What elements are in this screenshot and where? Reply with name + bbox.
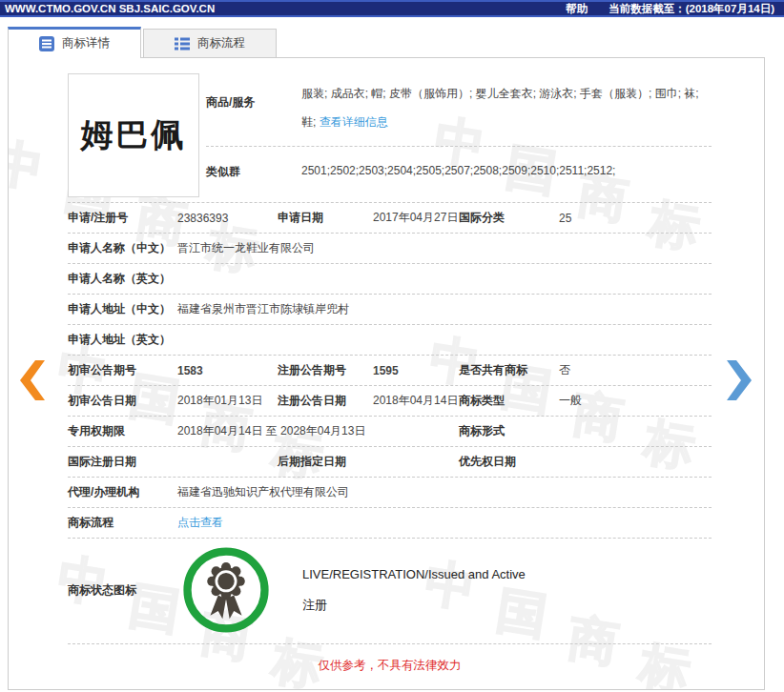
- table-row: 国际注册日期 后期指定日期 优先权日期: [68, 447, 712, 478]
- field-label: 商品/服务: [206, 79, 301, 136]
- tab-trademark-flow[interactable]: 商标流程: [143, 29, 277, 57]
- field-value: 2501;2502;2503;2504;2505;2507;2508;2509;…: [301, 164, 615, 180]
- top-bar: WWW.CTMO.GOV.CN SBJ.SAIC.GOV.CN 帮助 当前数据截…: [0, 0, 784, 17]
- field-value: 晋江市统一龙鞋业有限公司: [177, 240, 712, 256]
- field-value: 1583: [177, 364, 278, 377]
- table-row: 初审公告日期 2018年01月13日 注册公告日期 2018年04月14日 商标…: [68, 386, 712, 417]
- trademark-image: 姆巴佩: [68, 73, 199, 197]
- field-value: 服装; 成品衣; 帽; 皮带（服饰用）; 婴儿全套衣; 游泳衣; 手套（服装）;…: [301, 79, 712, 136]
- field-label: 商标流程: [68, 515, 177, 531]
- field-value: 福建省泉州市晋江市陈埭镇岸兜村: [177, 301, 712, 317]
- field-label: 申请人名称（英文）: [68, 271, 177, 287]
- data-date: 当前数据截至：(2018年07月14日): [609, 2, 774, 16]
- field-value: 一般: [559, 393, 712, 409]
- field-label: 类似群: [206, 164, 301, 180]
- field-label: 商标状态图标: [68, 582, 177, 599]
- field-label: 申请人地址（中文）: [68, 301, 177, 317]
- table-row: 商标流程 点击查看: [68, 508, 712, 539]
- field-label: 国际注册日期: [68, 454, 177, 470]
- table-row: 姆巴佩 商品/服务 服装; 成品衣; 帽; 皮带（服饰用）; 婴儿全套衣; 游泳…: [68, 73, 712, 203]
- table-row: 专用权期限 2018年04月14日 至 2028年04月13日 商标形式: [68, 417, 712, 447]
- status-line-cn: 注册: [302, 597, 526, 614]
- status-line-en: LIVE/REGISTRATION/Issued and Active: [302, 567, 526, 581]
- field-value: 1595: [373, 364, 459, 377]
- tab-bar: 商标详情 商标流程: [0, 17, 784, 57]
- field-label: 商标形式: [459, 423, 559, 439]
- field-label: 初审公告期号: [68, 362, 177, 378]
- prev-record-arrow[interactable]: [20, 360, 45, 403]
- field-value: 福建省迅驰知识产权代理有限公司: [177, 484, 712, 500]
- table-row: 申请人名称（中文） 晋江市统一龙鞋业有限公司: [68, 234, 712, 264]
- field-value: 2018年04月14日 至 2028年04月13日: [177, 423, 459, 439]
- trademark-name: 姆巴佩: [81, 113, 187, 157]
- field-value: 2018年01月13日: [177, 393, 278, 409]
- table-row: 申请/注册号 23836393 申请日期 2017年04月27日 国际分类 25: [68, 203, 712, 234]
- goods-detail-link[interactable]: 查看详细信息: [320, 115, 388, 129]
- flow-view-link[interactable]: 点击查看: [177, 516, 223, 529]
- flow-list-icon: [175, 36, 190, 51]
- table-row: 申请人地址（中文） 福建省泉州市晋江市陈埭镇岸兜村: [68, 295, 712, 325]
- trademark-detail-table: 姆巴佩 商品/服务 服装; 成品衣; 帽; 皮带（服饰用）; 婴儿全套衣; 游泳…: [68, 73, 712, 683]
- tab-detail-label: 商标详情: [62, 35, 110, 51]
- field-value: 23836393: [177, 212, 278, 225]
- field-label: 申请/注册号: [68, 210, 177, 226]
- field-label: 优先权日期: [459, 454, 559, 470]
- help-link[interactable]: 帮助: [566, 2, 588, 16]
- field-label: 后期指定日期: [278, 454, 373, 470]
- field-value: 否: [559, 362, 712, 378]
- table-row: 代理/办理机构 福建省迅驰知识产权代理有限公司: [68, 478, 712, 508]
- disclaimer-text: 仅供参考，不具有法律效力: [68, 644, 712, 683]
- field-label: 初审公告日期: [68, 393, 177, 409]
- table-row: 申请人名称（英文）: [68, 264, 712, 295]
- table-row: 商标状态图标 LIVE/REGIST: [68, 539, 712, 644]
- field-value: 2017年04月27日: [373, 210, 459, 226]
- field-label: 申请日期: [278, 210, 373, 226]
- field-label: 代理/办理机构: [68, 484, 177, 500]
- field-label: 申请人名称（中文）: [68, 240, 177, 256]
- field-label: 注册公告日期: [278, 393, 373, 409]
- field-label: 专用权期限: [68, 423, 177, 439]
- detail-doc-icon: [39, 36, 54, 51]
- field-value: 2018年04月14日: [373, 393, 459, 409]
- field-label: 申请人地址（英文）: [68, 332, 177, 348]
- table-row: 申请人地址（英文）: [68, 325, 712, 356]
- status-text: LIVE/REGISTRATION/Issued and Active 注册: [302, 567, 526, 614]
- field-label: 商标类型: [459, 393, 559, 409]
- tab-trademark-detail[interactable]: 商标详情: [8, 27, 141, 58]
- field-label: 注册公告期号: [278, 362, 373, 378]
- detail-panel: 中国商标 中国商标 中国商标 中国商标 中国商标 中国商标 姆巴佩 商品/服务 …: [8, 57, 765, 690]
- field-label: 国际分类: [459, 210, 559, 226]
- next-record-arrow[interactable]: [727, 360, 752, 403]
- registration-badge-icon: [182, 546, 270, 634]
- field-value: 25: [559, 212, 712, 225]
- site-urls: WWW.CTMO.GOV.CN SBJ.SAIC.GOV.CN: [5, 3, 215, 14]
- tab-flow-label: 商标流程: [197, 35, 245, 51]
- field-label: 是否共有商标: [459, 362, 559, 378]
- table-row: 初审公告期号 1583 注册公告期号 1595 是否共有商标 否: [68, 356, 712, 386]
